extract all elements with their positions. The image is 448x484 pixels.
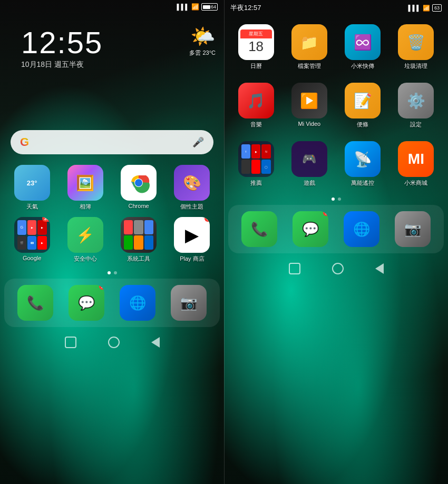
nav-square[interactable]: [65, 337, 76, 348]
right-messages-badge: 1: [323, 211, 328, 216]
right-nav-back[interactable]: [375, 263, 384, 274]
app-remote[interactable]: 📡 萬能遙控: [339, 141, 386, 187]
right-dock-browser[interactable]: 🌐: [339, 211, 384, 247]
right-signal-icon: ▌▌▌: [408, 5, 421, 11]
app-recommended-label: 推薦: [250, 179, 262, 187]
app-mi-store-label: 小米商城: [404, 179, 427, 187]
weather-icon: 🌤️: [190, 25, 215, 48]
dock-phone[interactable]: 📞: [13, 285, 57, 321]
battery-icon: 64: [201, 3, 218, 11]
signal-icon: ▌▌▌: [177, 4, 189, 10]
app-file-manager[interactable]: 📁 檔案管理: [286, 24, 333, 70]
nav-bar: [0, 331, 224, 354]
app-security-label: 安全中心: [74, 255, 97, 263]
dock: 📞 💬 1 🌐 📷: [4, 279, 220, 327]
app-notes-label: 便條: [357, 121, 368, 129]
nav-home[interactable]: [108, 337, 120, 348]
screen-divider: [224, 0, 225, 484]
app-grid-row1: 23° 天氣 🖼️ 相簿: [0, 165, 224, 211]
right-time: 半夜12:57: [230, 3, 261, 13]
play-store-badge: 1: [204, 217, 210, 222]
app-notes[interactable]: 📝 便條: [339, 83, 386, 129]
right-battery: 63: [432, 4, 442, 12]
right-nav-bar: [224, 258, 448, 281]
app-photos-label: 相簿: [80, 203, 91, 211]
app-calendar-label: 日曆: [250, 62, 262, 70]
app-chrome[interactable]: Chrome: [115, 165, 162, 211]
right-dock: 📞 💬 1 🌐 📷: [228, 205, 444, 253]
messages-badge: 1: [99, 285, 104, 290]
app-system-tools[interactable]: 系統工具: [115, 217, 162, 263]
date-display: 10月18日 週五半夜: [21, 60, 203, 70]
right-status-bar: 半夜12:57 ▌▌▌ 📶 63: [224, 0, 448, 14]
weather-badge: 🌤️ 多雲 23°C: [189, 25, 216, 57]
dock-camera[interactable]: 📷: [167, 285, 211, 321]
right-app-row1: 星期五 18 日曆 📁 檔案管理 ♾️ 小米快傳: [224, 18, 448, 76]
app-google-folder[interactable]: G ▶ ▶ 🎬 📧 ▶ 37 Google: [8, 217, 55, 263]
page-dots: [0, 271, 224, 274]
right-dot-2: [338, 197, 341, 201]
google-folder-badge: 37: [42, 217, 50, 222]
app-grid-row2: G ▶ ▶ 🎬 📧 ▶ 37 Google ⚡ 安全中心: [0, 217, 224, 263]
right-nav-square[interactable]: [289, 263, 300, 274]
app-mi-store[interactable]: MI 小米商城: [393, 141, 440, 187]
app-cleaner[interactable]: 🗑️ 垃圾清理: [393, 24, 440, 70]
dock-messages[interactable]: 💬 1: [64, 285, 109, 321]
right-dock-messages[interactable]: 💬 1: [288, 211, 333, 247]
right-app-row3: f ▶ N ◯ 推薦 🎮 遊戲: [224, 135, 448, 193]
app-play-store[interactable]: ▶ 1 Play 商店: [169, 217, 216, 263]
search-bar[interactable]: G 🎤: [11, 130, 213, 154]
app-security[interactable]: ⚡ 安全中心: [62, 217, 109, 263]
app-mi-transfer-label: 小米快傳: [351, 62, 374, 70]
weather-text: 多雲 23°C: [189, 49, 216, 57]
app-system-tools-label: 系統工具: [127, 255, 150, 263]
app-settings[interactable]: ⚙️ 設定: [393, 83, 440, 129]
app-mi-video[interactable]: ▶️ Mi Video: [286, 83, 333, 129]
wifi-icon: 📶: [191, 3, 199, 11]
app-mi-video-label: Mi Video: [298, 121, 321, 127]
app-music[interactable]: 🎵 音樂: [232, 83, 279, 129]
app-cleaner-label: 垃圾清理: [404, 62, 427, 70]
right-app-row2: 🎵 音樂 ▶️ Mi Video 📝 便條 ⚙️: [224, 76, 448, 135]
time-display: 12:55: [21, 27, 203, 58]
right-dock-camera[interactable]: 📷: [391, 211, 435, 247]
app-themes-label: 個性主題: [180, 203, 203, 211]
app-calendar[interactable]: 星期五 18 日曆: [232, 24, 279, 70]
app-mi-transfer[interactable]: ♾️ 小米快傳: [339, 24, 386, 70]
dot-2: [114, 271, 117, 274]
app-remote-label: 萬能遙控: [351, 179, 374, 187]
dock-browser[interactable]: 🌐: [115, 285, 160, 321]
right-screen: 半夜12:57 ▌▌▌ 📶 63 星期五 18 日曆 📁: [224, 0, 448, 484]
right-wifi-icon: 📶: [423, 5, 430, 12]
app-weather[interactable]: 23° 天氣: [8, 165, 55, 211]
nav-back[interactable]: [151, 337, 160, 348]
mic-icon[interactable]: 🎤: [192, 136, 204, 148]
app-google-label: Google: [23, 255, 41, 261]
app-chrome-label: Chrome: [129, 203, 149, 209]
right-nav-home[interactable]: [332, 263, 344, 274]
right-dot-1: [332, 197, 335, 201]
app-weather-label: 天氣: [26, 203, 38, 211]
right-dock-phone[interactable]: 📞: [237, 211, 281, 247]
app-photos[interactable]: 🖼️ 相簿: [62, 165, 109, 211]
app-games[interactable]: 🎮 遊戲: [286, 141, 333, 187]
app-themes[interactable]: 🎨 個性主題: [169, 165, 216, 211]
left-screen: ▌▌▌ 📶 64 12:55 10月18日 週五半夜 🌤️ 多雲 23°C G …: [0, 0, 224, 484]
dot-1: [108, 271, 111, 274]
right-page-dots: [224, 197, 448, 201]
google-g-logo: G: [20, 135, 29, 149]
app-games-label: 遊戲: [304, 179, 315, 187]
app-play-store-label: Play 商店: [180, 255, 204, 263]
svg-point-2: [135, 179, 142, 186]
app-file-manager-label: 檔案管理: [298, 62, 321, 70]
app-music-label: 音樂: [250, 121, 262, 129]
time-section: 12:55 10月18日 週五半夜: [11, 17, 213, 72]
app-settings-label: 設定: [410, 121, 422, 129]
app-recommended[interactable]: f ▶ N ◯ 推薦: [232, 141, 279, 187]
left-status-bar: ▌▌▌ 📶 64: [0, 0, 224, 12]
